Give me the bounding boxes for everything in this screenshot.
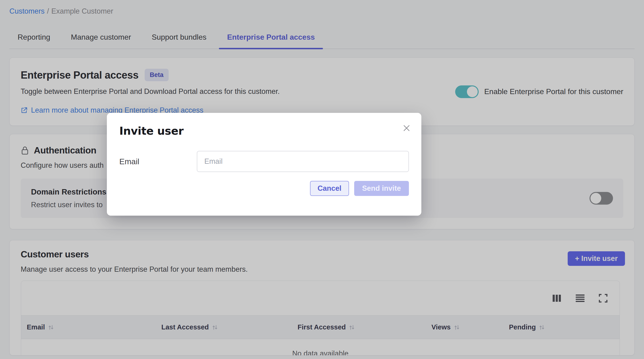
send-invite-button[interactable]: Send invite xyxy=(354,181,409,196)
email-input[interactable] xyxy=(197,151,409,172)
modal-title: Invite user xyxy=(119,125,409,137)
email-field-label: Email xyxy=(119,157,197,166)
email-field-row: Email xyxy=(119,151,409,172)
close-icon[interactable] xyxy=(402,124,410,132)
modal-actions: Cancel Send invite xyxy=(119,181,409,196)
invite-user-modal: Invite user Email Cancel Send invite xyxy=(107,113,421,216)
cancel-button[interactable]: Cancel xyxy=(310,181,349,196)
